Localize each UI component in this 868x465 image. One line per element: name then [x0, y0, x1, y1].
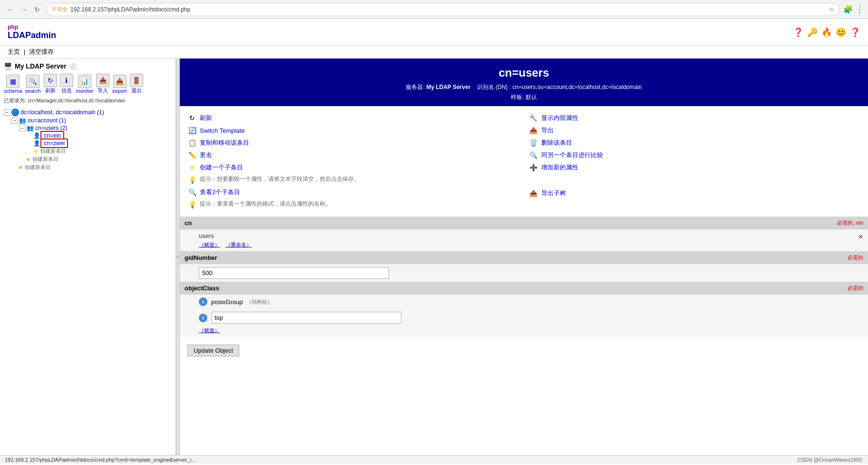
attr-cn-label[interactable]: cn [185, 219, 192, 227]
tree: − 🌐 dc=localhost, dc=localdomain (1) − 👥… [4, 108, 172, 171]
create-child-link[interactable]: 创建一个子条目 [200, 163, 243, 172]
nav-buttons[interactable]: ← → ↻ [5, 4, 43, 15]
orange-star-icon-1: ★ [18, 164, 23, 171]
tree-item-ou[interactable]: − 👥 ou=account (1) [11, 117, 172, 124]
cn-zwei-link[interactable]: cn=zwei [40, 140, 68, 147]
tool-info[interactable]: ℹ 信息 [60, 74, 73, 94]
create-entry-3-link[interactable]: 创建新条目 [39, 148, 66, 155]
export-tool-icon: 📤 [113, 75, 127, 88]
add-attr-link[interactable]: 增加新的属性 [541, 163, 578, 172]
main-layout: 🖥️ My LDAP Server 🕐 ▦ schema 🔍 search ↻ … [0, 59, 868, 455]
action-view-children[interactable]: 🔍 查看2个子条目 [187, 186, 519, 198]
spacer-1 [529, 174, 861, 187]
export-link[interactable]: 导出 [541, 126, 554, 135]
action-show-internal[interactable]: 🔧 显示内部属性 [529, 112, 861, 124]
address-bar[interactable]: 不安全 192.168.2.157/phpLDAPadmin/htdocs/cm… [47, 3, 839, 16]
info-icon[interactable]: ❓ [850, 27, 860, 38]
action-rename[interactable]: ✏️ 更名 [187, 149, 519, 161]
action-export-subtree[interactable]: 📤 导出子树 [529, 187, 861, 199]
hint-1: 💡 提示：想要删除一个属性，请将文本字段清空，然后点击保存。 [187, 174, 519, 186]
actions-left-col: ↻ 刷新 🔄 Switch Template 📋 复制和移动该条目 ✏️ 更名 [187, 112, 519, 211]
action-compare[interactable]: 🔍 同另一个条目进行比较 [529, 149, 861, 161]
template-label: 样板: [511, 94, 524, 100]
hint-1-icon: 💡 [187, 175, 197, 185]
refresh-tool-icon: ↻ [44, 74, 57, 87]
sidebar-tools: ▦ schema 🔍 search ↻ 刷新 ℹ 信息 📊 monitor 📥 [4, 74, 172, 94]
key-icon[interactable]: 🔑 [807, 27, 818, 38]
create-entry-2-link[interactable]: 创建新条目 [31, 156, 59, 163]
delete-link[interactable]: 删除该条目 [541, 139, 572, 147]
switch-template-link[interactable]: Switch Template [200, 127, 244, 134]
hint-2-text: 提示：要查看一个属性的格式，请点击属性的名称。 [200, 200, 331, 208]
info-tool-icon: ℹ [60, 74, 73, 87]
action-delete[interactable]: 🗑️ 删除该条目 [529, 137, 861, 149]
tree-item-cn-zwei[interactable]: 👤 cn=zwei [27, 139, 172, 147]
attr-gidnumber-label[interactable]: gidNumber [185, 254, 217, 261]
monitor-tool-icon: 📊 [78, 75, 91, 88]
logo-ldap: LDAP [8, 30, 31, 41]
status-bar: 192.168.2.157/phpLDAPadmin/htdocs/cmd.ph… [0, 455, 868, 464]
tree-item-create-2[interactable]: ★ 创建新条目 [19, 155, 172, 163]
gold-star-icon-3: ★ [33, 148, 39, 155]
view-children-link[interactable]: 查看2个子条目 [200, 188, 240, 197]
refresh-link[interactable]: 刷新 [200, 114, 212, 122]
attr-cn-remove[interactable]: ✕ [858, 233, 863, 240]
tool-logout[interactable]: 🚪 退出 [130, 74, 143, 94]
forward-button[interactable]: → [18, 4, 29, 15]
posixgroup-info-icon[interactable]: i [199, 297, 207, 306]
home-link[interactable]: 主页 [8, 48, 20, 55]
tool-search[interactable]: 🔍 search [25, 75, 41, 94]
dc-link[interactable]: dc=localhost, dc=localdomain (1) [19, 109, 104, 116]
expand-dc[interactable]: − [4, 109, 10, 116]
update-object-button[interactable]: Update Object [187, 345, 239, 356]
tree-item-dc[interactable]: − 🌐 dc=localhost, dc=localdomain (1) [4, 108, 172, 117]
tool-import[interactable]: 📥 导入 [96, 74, 109, 94]
attr-cn-rename[interactable]: （重命名） [225, 241, 252, 248]
tool-monitor[interactable]: 📊 monitor [76, 75, 94, 94]
export-subtree-icon: 📤 [529, 188, 538, 198]
attr-top-input[interactable] [211, 312, 401, 324]
fire-icon[interactable]: 🔥 [821, 27, 832, 38]
attr-objectclass-label[interactable]: objectClass [185, 285, 219, 292]
action-switch-template[interactable]: 🔄 Switch Template [187, 124, 519, 137]
server-clock-icon: 🕐 [69, 63, 76, 69]
export-subtree-link[interactable]: 导出子树 [541, 189, 566, 198]
posixgroup-meta: （结构化） [246, 298, 273, 306]
server-name: My LDAP Server [15, 62, 67, 70]
top-info-icon[interactable]: i [199, 314, 207, 322]
tree-item-create-1[interactable]: ★ 创建新条目 [11, 163, 172, 171]
refresh-button[interactable]: ↻ [31, 4, 43, 15]
attr-cn-assign[interactable]: （赋值） [199, 241, 220, 248]
cn-ein-link[interactable]: cn=ein [40, 132, 64, 139]
attr-gidnumber-input[interactable] [199, 267, 389, 279]
compare-link[interactable]: 同另一个条目进行比较 [541, 151, 603, 159]
show-internal-link[interactable]: 显示内部属性 [541, 114, 578, 122]
back-button[interactable]: ← [5, 4, 16, 15]
attr-top-row: i [199, 312, 863, 324]
rename-link[interactable]: 更名 [200, 151, 212, 159]
cn-users-link[interactable]: cn=users (2) [34, 125, 67, 131]
star-icon[interactable]: ☆ [829, 6, 834, 13]
action-copy-move[interactable]: 📋 复制和移动该条目 [187, 137, 519, 149]
rename-icon: ✏️ [187, 150, 197, 160]
action-create-child[interactable]: ★ 创建一个子条目 [187, 161, 519, 174]
attr-top-assign[interactable]: （赋值） [199, 327, 220, 333]
menu-icon[interactable]: ⋮ [856, 5, 863, 14]
action-refresh[interactable]: ↻ 刷新 [187, 112, 519, 124]
clear-cache-link[interactable]: 清空缓存 [29, 48, 54, 55]
extensions-icon[interactable]: 🧩 [843, 5, 853, 14]
expand-ou[interactable]: − [11, 117, 18, 124]
smiley-icon[interactable]: 😊 [836, 27, 846, 38]
expand-cn-users[interactable]: − [19, 125, 26, 131]
tool-refresh[interactable]: ↻ 刷新 [44, 74, 57, 94]
help-icon[interactable]: ❓ [793, 27, 803, 38]
ou-link[interactable]: ou=account (1) [26, 117, 66, 124]
tool-export[interactable]: 📤 export [112, 75, 127, 94]
action-add-attr[interactable]: ➕ 增加新的属性 [529, 161, 861, 174]
tree-item-create-3[interactable]: ★ 创建新条目 [27, 147, 172, 155]
create-entry-1-link[interactable]: 创建新条目 [23, 164, 51, 171]
copy-move-link[interactable]: 复制和移动该条目 [200, 139, 249, 147]
resize-handle[interactable]: + [176, 59, 180, 455]
action-export[interactable]: 📤 导出 [529, 124, 861, 137]
tool-schema[interactable]: ▦ schema [4, 75, 22, 94]
